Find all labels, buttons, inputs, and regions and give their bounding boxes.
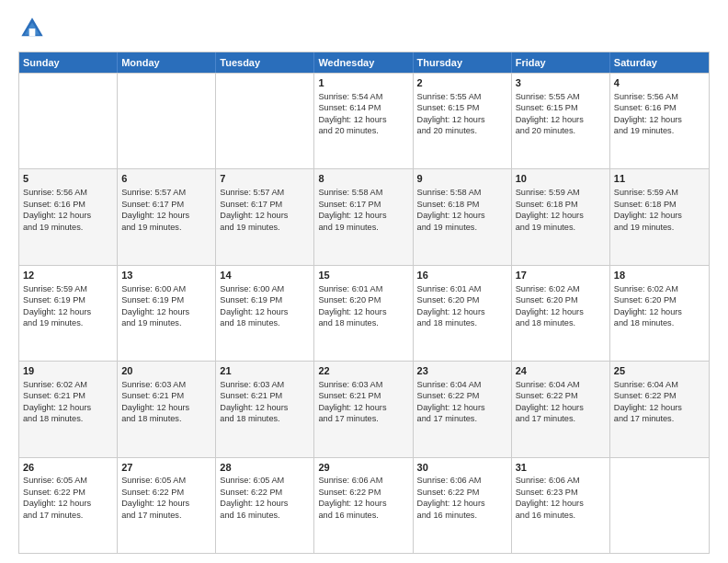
day-info-line: Sunset: 6:17 PM xyxy=(220,199,310,210)
day-info-line: Sunrise: 5:56 AM xyxy=(23,187,113,198)
day-info-line: Daylight: 12 hours xyxy=(318,306,408,317)
day-info-line: Sunset: 6:18 PM xyxy=(614,199,705,210)
day-info-line: Sunset: 6:22 PM xyxy=(417,487,507,498)
week-row-0: 1Sunrise: 5:54 AMSunset: 6:14 PMDaylight… xyxy=(19,73,709,168)
day-info-line: and 18 minutes. xyxy=(417,317,507,328)
header-day-saturday: Saturday xyxy=(610,52,709,73)
day-info-line: Sunset: 6:21 PM xyxy=(121,390,211,401)
day-info-line: Daylight: 12 hours xyxy=(220,306,310,317)
day-number: 16 xyxy=(417,269,507,282)
day-info-line: Daylight: 12 hours xyxy=(516,306,606,317)
cal-cell-23: 23Sunrise: 6:04 AMSunset: 6:22 PMDayligh… xyxy=(414,362,512,456)
day-info-line: Sunset: 6:19 PM xyxy=(23,294,113,305)
day-number: 13 xyxy=(121,269,211,282)
day-info-line: Sunset: 6:20 PM xyxy=(516,294,606,305)
day-info-line: Sunrise: 6:06 AM xyxy=(417,475,507,486)
calendar-header: SundayMondayTuesdayWednesdayThursdayFrid… xyxy=(19,52,709,73)
day-info-line: and 16 minutes. xyxy=(318,510,408,521)
day-info-line: Sunset: 6:22 PM xyxy=(614,390,705,401)
calendar: SundayMondayTuesdayWednesdayThursdayFrid… xyxy=(18,52,710,554)
day-info-line: and 17 minutes. xyxy=(614,413,705,424)
day-info-line: and 18 minutes. xyxy=(220,413,310,424)
svg-rect-2 xyxy=(29,29,36,36)
day-info-line: and 19 minutes. xyxy=(516,222,606,233)
day-number: 25 xyxy=(614,364,705,378)
day-info-line: and 19 minutes. xyxy=(614,222,705,233)
cal-cell-25: 25Sunrise: 6:04 AMSunset: 6:22 PMDayligh… xyxy=(610,362,709,456)
cal-cell-8: 8Sunrise: 5:58 AMSunset: 6:17 PMDaylight… xyxy=(314,169,413,264)
day-info-line: Daylight: 12 hours xyxy=(121,402,211,413)
header-day-friday: Friday xyxy=(512,52,610,73)
day-info-line: Sunset: 6:20 PM xyxy=(318,294,408,305)
day-number: 18 xyxy=(614,269,705,282)
day-number: 2 xyxy=(417,76,507,90)
day-info-line: Sunrise: 5:54 AM xyxy=(318,91,408,102)
day-info-line: Sunrise: 6:01 AM xyxy=(417,283,507,294)
day-info-line: Daylight: 12 hours xyxy=(121,306,211,317)
day-info-line: Sunrise: 6:02 AM xyxy=(23,379,113,390)
day-info-line: Daylight: 12 hours xyxy=(417,210,507,221)
day-info-line: Sunrise: 6:04 AM xyxy=(614,379,705,390)
day-info-line: and 16 minutes. xyxy=(220,510,310,521)
day-info-line: Daylight: 12 hours xyxy=(220,498,310,509)
day-info-line: Sunrise: 6:05 AM xyxy=(121,475,211,486)
day-number: 1 xyxy=(318,76,408,90)
day-info-line: Sunset: 6:22 PM xyxy=(417,390,507,401)
day-info-line: Sunrise: 6:02 AM xyxy=(614,283,705,294)
cal-cell-19: 19Sunrise: 6:02 AMSunset: 6:21 PMDayligh… xyxy=(19,362,118,456)
day-info-line: Sunrise: 6:03 AM xyxy=(220,379,310,390)
cal-cell-15: 15Sunrise: 6:01 AMSunset: 6:20 PMDayligh… xyxy=(314,266,413,361)
cal-cell-30: 30Sunrise: 6:06 AMSunset: 6:22 PMDayligh… xyxy=(414,458,512,553)
day-number: 28 xyxy=(220,461,310,475)
cal-cell-1: 1Sunrise: 5:54 AMSunset: 6:14 PMDaylight… xyxy=(314,74,413,168)
day-info-line: Daylight: 12 hours xyxy=(516,114,606,125)
day-info-line: and 18 minutes. xyxy=(614,317,705,328)
day-info-line: Sunset: 6:21 PM xyxy=(318,390,408,401)
day-info-line: Sunset: 6:17 PM xyxy=(318,199,408,210)
header xyxy=(18,15,710,42)
day-info-line: Sunrise: 5:57 AM xyxy=(121,187,211,198)
day-info-line: and 18 minutes. xyxy=(516,317,606,328)
day-number: 15 xyxy=(318,269,408,282)
cal-cell-24: 24Sunrise: 6:04 AMSunset: 6:22 PMDayligh… xyxy=(512,362,610,456)
cal-cell-4: 4Sunrise: 5:56 AMSunset: 6:16 PMDaylight… xyxy=(610,74,709,168)
cal-cell-22: 22Sunrise: 6:03 AMSunset: 6:21 PMDayligh… xyxy=(314,362,413,456)
cal-cell-5: 5Sunrise: 5:56 AMSunset: 6:16 PMDaylight… xyxy=(19,169,118,264)
day-info-line: Sunset: 6:14 PM xyxy=(318,102,408,113)
week-row-3: 19Sunrise: 6:02 AMSunset: 6:21 PMDayligh… xyxy=(19,361,709,456)
day-info-line: Sunset: 6:21 PM xyxy=(220,390,310,401)
day-info-line: and 16 minutes. xyxy=(516,510,606,521)
cal-cell-27: 27Sunrise: 6:05 AMSunset: 6:22 PMDayligh… xyxy=(118,458,216,553)
day-number: 20 xyxy=(121,364,211,378)
day-info-line: Sunset: 6:22 PM xyxy=(516,390,606,401)
cal-cell-13: 13Sunrise: 6:00 AMSunset: 6:19 PMDayligh… xyxy=(118,266,216,361)
day-number: 26 xyxy=(23,461,113,475)
day-info-line: Sunrise: 6:01 AM xyxy=(318,283,408,294)
day-info-line: and 19 minutes. xyxy=(318,222,408,233)
day-info-line: Sunset: 6:18 PM xyxy=(516,199,606,210)
day-info-line: Sunset: 6:21 PM xyxy=(23,390,113,401)
day-info-line: and 17 minutes. xyxy=(417,413,507,424)
cal-cell-7: 7Sunrise: 5:57 AMSunset: 6:17 PMDaylight… xyxy=(216,169,314,264)
header-day-wednesday: Wednesday xyxy=(314,52,413,73)
cal-cell-3: 3Sunrise: 5:55 AMSunset: 6:15 PMDaylight… xyxy=(512,74,610,168)
day-info-line: Daylight: 12 hours xyxy=(614,210,705,221)
cal-cell-12: 12Sunrise: 5:59 AMSunset: 6:19 PMDayligh… xyxy=(19,266,118,361)
day-info-line: Sunset: 6:19 PM xyxy=(121,294,211,305)
day-info-line: Sunset: 6:20 PM xyxy=(614,294,705,305)
day-number: 9 xyxy=(417,172,507,186)
cal-cell-29: 29Sunrise: 6:06 AMSunset: 6:22 PMDayligh… xyxy=(314,458,413,553)
cal-cell-empty-4-6 xyxy=(610,458,709,553)
day-info-line: Sunrise: 5:58 AM xyxy=(318,187,408,198)
day-info-line: Sunrise: 6:06 AM xyxy=(318,475,408,486)
day-info-line: Daylight: 12 hours xyxy=(516,210,606,221)
day-info-line: Sunset: 6:22 PM xyxy=(318,487,408,498)
day-info-line: and 17 minutes. xyxy=(121,510,211,521)
day-info-line: Daylight: 12 hours xyxy=(417,114,507,125)
day-info-line: and 17 minutes. xyxy=(23,510,113,521)
day-info-line: and 19 minutes. xyxy=(121,317,211,328)
header-day-thursday: Thursday xyxy=(414,52,512,73)
day-info-line: Sunrise: 5:57 AM xyxy=(220,187,310,198)
day-number: 19 xyxy=(23,364,113,378)
day-info-line: Daylight: 12 hours xyxy=(318,498,408,509)
